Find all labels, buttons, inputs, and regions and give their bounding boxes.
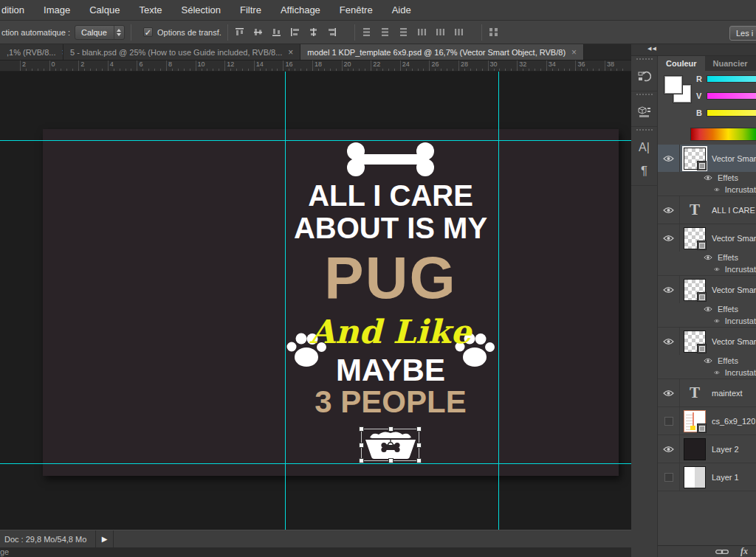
workspace-button[interactable]: Les i — [729, 26, 756, 41]
transform-handle[interactable] — [416, 458, 422, 463]
menu-item-dition[interactable]: dition — [0, 0, 34, 21]
character-panel-icon[interactable]: A| — [636, 139, 653, 156]
link-layers-icon[interactable] — [715, 548, 729, 556]
color-spectrum-ramp[interactable] — [690, 128, 756, 141]
document-tab-1[interactable]: ,1% (RVB/8...× — [0, 44, 63, 60]
auto-select-dropdown[interactable]: Calque — [75, 25, 125, 40]
tab-close-icon[interactable]: × — [571, 47, 577, 58]
layer-overlay-effect-row[interactable]: Incrustat — [658, 315, 756, 327]
layer-row-vector-smar[interactable]: Vector Smar — [658, 276, 756, 303]
layer-thumbnail[interactable] — [684, 466, 706, 488]
distribute-top-edges-icon[interactable] — [361, 27, 373, 38]
visibility-empty-box[interactable] — [664, 417, 673, 426]
layer-row-layer-1[interactable]: Layer 1 — [658, 463, 756, 491]
distribute-horizontal-centers-icon[interactable] — [435, 27, 447, 38]
layer-visibility-toggle[interactable] — [658, 328, 680, 355]
layer-row-vector-smar[interactable]: Vector Smar — [658, 224, 756, 252]
tab-couleur[interactable]: Couleur — [658, 56, 705, 71]
layer-visibility-toggle[interactable] — [658, 407, 680, 435]
layer-name: Vector Smar — [712, 234, 756, 243]
layer-visibility-toggle[interactable] — [658, 276, 680, 303]
text-layer-thumbnail[interactable]: T — [684, 382, 706, 404]
layer-visibility-toggle[interactable] — [658, 379, 680, 406]
transform-handle[interactable] — [359, 443, 364, 448]
layer-visibility-toggle[interactable] — [658, 196, 680, 224]
channel-slider[interactable] — [707, 109, 756, 117]
transform-handle[interactable] — [359, 458, 364, 463]
transform-handle[interactable] — [388, 426, 394, 432]
history-panel-icon[interactable] — [636, 69, 653, 85]
ruler-minor-tick — [353, 69, 354, 71]
layer-thumbnail[interactable] — [684, 438, 706, 460]
panel-grip[interactable] — [636, 94, 653, 95]
status-menu-arrow-icon[interactable]: ▶ — [96, 530, 114, 548]
ruler-minor-tick — [406, 69, 407, 71]
transform-handle[interactable] — [359, 426, 364, 432]
layer-effects-row[interactable]: Effets — [658, 303, 756, 315]
layer-visibility-toggle[interactable] — [658, 463, 680, 491]
text-layer-thumbnail[interactable]: T — [684, 199, 706, 221]
distribute-right-edges-icon[interactable] — [453, 27, 465, 38]
channel-slider[interactable] — [707, 75, 756, 83]
panel-grip[interactable] — [636, 129, 653, 131]
layer-row-layer-2[interactable]: Layer 2 — [658, 435, 756, 463]
align-vertical-centers-icon[interactable] — [252, 27, 264, 38]
menu-item-fentre[interactable]: Fenêtre — [330, 0, 382, 21]
layer-effects-row[interactable]: Effets — [658, 252, 756, 263]
smart-object-thumbnail[interactable] — [684, 227, 706, 249]
layer-row-maintext[interactable]: Tmaintext — [658, 379, 756, 406]
layer-row-vector-smar[interactable]: Vector Smar — [658, 328, 756, 355]
document-tab-3[interactable]: model 1 KDP_template 6x9.psd @ 16,7% (Ve… — [300, 44, 584, 60]
menu-item-affichage[interactable]: Affichage — [271, 0, 330, 21]
distribute-left-edges-icon[interactable] — [416, 27, 428, 38]
layer-row-vector-smar[interactable]: Vector Smar — [658, 145, 756, 172]
menu-item-texte[interactable]: Texte — [129, 0, 171, 21]
transform-reference-point-icon[interactable] — [385, 440, 396, 450]
transform-handle[interactable] — [416, 443, 422, 448]
menu-item-image[interactable]: Image — [34, 0, 80, 21]
image-layer-thumbnail[interactable] — [684, 410, 706, 432]
guide-horizontal-bottom[interactable] — [0, 463, 631, 464]
align-top-edges-icon[interactable] — [234, 27, 246, 38]
layer-visibility-toggle[interactable] — [658, 435, 680, 463]
guide-horizontal-top[interactable] — [0, 140, 631, 141]
transform-handle[interactable] — [388, 458, 394, 463]
layer-row-cs-6x9-120[interactable]: cs_6x9_120 — [658, 407, 756, 435]
layer-visibility-toggle[interactable] — [658, 145, 680, 172]
align-horizontal-centers-icon[interactable] — [308, 27, 320, 38]
paragraph-panel-icon[interactable]: ¶ — [636, 163, 653, 179]
align-right-edges-icon[interactable] — [326, 27, 338, 38]
align-bottom-edges-icon[interactable] — [271, 27, 283, 38]
menu-item-aide[interactable]: Aide — [382, 0, 421, 21]
transform-controls-checkbox[interactable]: ✓ — [143, 27, 153, 37]
foreground-color-swatch[interactable] — [664, 76, 682, 94]
layer-overlay-effect-row[interactable]: Incrustat — [658, 263, 756, 275]
document-tab-2[interactable]: 5 - blank.psd @ 25% (How to use Guide in… — [63, 44, 300, 60]
auto-align-layers-icon[interactable] — [488, 27, 500, 38]
menu-item-slection[interactable]: Sélection — [172, 0, 230, 21]
transform-handle[interactable] — [416, 426, 422, 432]
layer-style-fx-icon[interactable]: fx — [740, 546, 748, 557]
tab-close-icon[interactable]: × — [288, 47, 293, 58]
smart-object-thumbnail[interactable] — [684, 279, 706, 301]
layer-effects-row[interactable]: Effets — [658, 172, 756, 184]
layer-overlay-effect-row[interactable]: Incrustat — [658, 184, 756, 196]
tab-nuancier[interactable]: Nuancier — [705, 56, 756, 71]
layer-row-all-i-care[interactable]: TALL I CARE — [658, 196, 756, 224]
smart-object-thumbnail[interactable] — [684, 148, 706, 170]
distribute-bottom-edges-icon[interactable] — [398, 27, 410, 38]
3d-materials-panel-icon[interactable] — [636, 104, 653, 120]
collapse-panels-icon[interactable]: ◀◀ — [647, 46, 657, 52]
distribute-vertical-centers-icon[interactable] — [379, 27, 391, 38]
layer-visibility-toggle[interactable] — [658, 224, 680, 252]
canvas-area[interactable]: ALL I CARE ABOUT IS MY PUG And Like MAYB… — [0, 72, 631, 530]
visibility-empty-box[interactable] — [664, 473, 673, 482]
menu-item-calque[interactable]: Calque — [80, 0, 129, 21]
panel-grip[interactable] — [636, 58, 653, 60]
menu-item-filtre[interactable]: Filtre — [230, 0, 271, 21]
align-left-edges-icon[interactable] — [289, 27, 301, 38]
layer-effects-row[interactable]: Effets — [658, 355, 756, 367]
channel-slider[interactable] — [707, 92, 756, 100]
smart-object-thumbnail[interactable] — [684, 331, 706, 353]
layer-overlay-effect-row[interactable]: Incrustat — [658, 367, 756, 378]
